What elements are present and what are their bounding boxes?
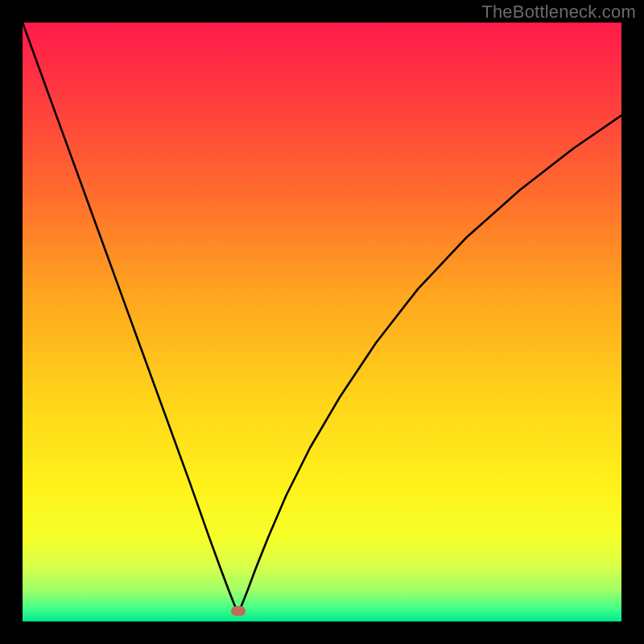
plot-area <box>23 23 621 621</box>
optimal-point-marker <box>231 606 246 616</box>
watermark-label: TheBottleneck.com <box>481 2 636 23</box>
chart-stage: TheBottleneck.com <box>0 0 644 644</box>
bottleneck-curve <box>23 23 621 621</box>
